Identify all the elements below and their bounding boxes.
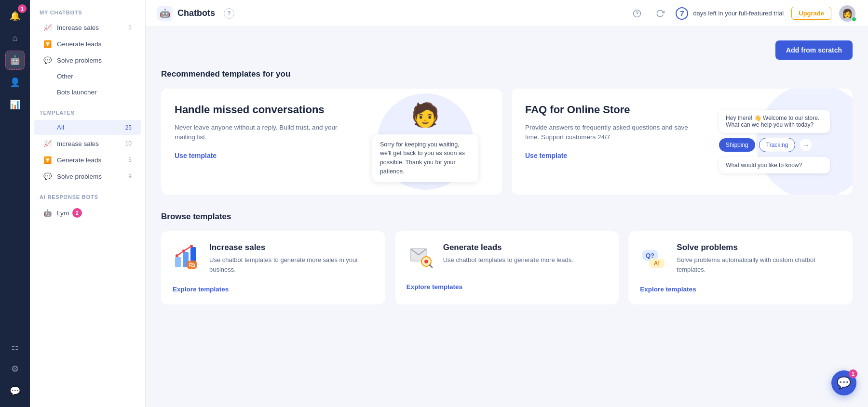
sidebar-generate-leads-label: Generate leads — [57, 40, 101, 48]
avatar-wrapper: 👩 — [839, 5, 856, 22]
sidebar-item-lyro[interactable]: 🤖 Lyro 2 — [34, 204, 141, 222]
shipping-button[interactable]: Shipping — [719, 138, 755, 152]
upgrade-button[interactable]: Upgrade — [791, 7, 831, 20]
my-chatbots-label: MY CHATBOTS — [30, 0, 145, 19]
browse-solve-title: Solve problems — [677, 243, 841, 252]
question-mark-icon: ? — [227, 10, 231, 17]
next-arrow-button[interactable]: → — [799, 138, 813, 152]
sidebar-other-label: Other — [57, 73, 73, 80]
browse-leads-top: Generate leads Use chatbot templates to … — [407, 243, 608, 272]
chat-avatar-emoji: 🧑 — [411, 102, 440, 129]
topbar-refresh-icon[interactable] — [652, 6, 668, 21]
content-area: Add from scratch Recommended templates f… — [146, 27, 868, 407]
sidebar: MY CHATBOTS 📈 Increase sales 1 🔽 Generat… — [30, 0, 146, 407]
faq-buttons: Shipping Tracking → — [719, 138, 843, 152]
page-title-wrapper: 🤖 Chatbots ? — [157, 6, 234, 21]
lyro-icon: 🤖 — [43, 209, 52, 217]
sidebar-all-label: All — [57, 124, 64, 131]
sidebar-generate-leads-tmpl-label: Generate leads — [57, 157, 101, 164]
templates-label: TEMPLATES — [30, 100, 145, 119]
nav-chatbots[interactable]: 🤖 — [5, 51, 25, 70]
generate-leads-icon: 🔽 — [43, 40, 52, 48]
handle-missed-card: Handle missed conversations Never leave … — [161, 89, 502, 195]
solve-problems-tmpl-icon: 💬 — [43, 172, 52, 180]
sidebar-lyro-label: Lyro — [57, 210, 69, 217]
help-button[interactable]: ? — [224, 8, 234, 19]
nav-chat-support[interactable]: 💬 — [5, 381, 25, 401]
increase-sales-tmpl-icon: 📈 — [43, 140, 52, 147]
browse-sales-top: 🛍 Increase sales Use chatbot templates t… — [173, 243, 374, 274]
nav-settings[interactable]: ⚙ — [5, 359, 25, 379]
sidebar-item-all-templates[interactable]: All 25 — [34, 120, 141, 135]
explore-sales-link[interactable]: Explore templates — [173, 286, 374, 293]
faq-illustration: Hey there! 👋 Welcome to our store. What … — [709, 89, 853, 195]
reports-icon: 📊 — [10, 99, 20, 110]
sidebar-solve-problems-label: Solve problems — [57, 57, 102, 64]
lyro-badge: 2 — [72, 208, 82, 218]
explore-leads-link[interactable]: Explore templates — [407, 283, 608, 290]
sidebar-bots-launcher-label: Bots launcher — [57, 89, 97, 96]
ai-bots-label: AI RESPONSE BOTS — [30, 184, 145, 204]
apps-icon: ⚏ — [11, 341, 19, 352]
nav-contacts[interactable]: 👤 — [5, 73, 25, 92]
trial-days-badge: 7 — [676, 7, 688, 20]
bell-icon: 🔔 — [10, 11, 20, 21]
nav-home[interactable]: ⌂ — [5, 28, 25, 48]
browse-cards: 🛍 Increase sales Use chatbot templates t… — [161, 231, 853, 304]
increase-sales-tmpl-count: 10 — [125, 140, 132, 147]
sidebar-item-solve-problems-my[interactable]: 💬 Solve problems — [34, 53, 141, 68]
contacts-icon: 👤 — [10, 77, 20, 88]
browse-sales-title: Increase sales — [209, 243, 374, 252]
faq-card: FAQ for Online Store Provide answers to … — [512, 89, 853, 195]
sidebar-item-generate-leads-my[interactable]: 🔽 Generate leads — [34, 36, 141, 52]
main-area: 🤖 Chatbots ? 7 days left in your full-fe… — [146, 0, 868, 407]
sidebar-increase-sales-tmpl-label: Increase sales — [57, 140, 99, 147]
explore-solve-link[interactable]: Explore templates — [640, 286, 841, 293]
page-title: Chatbots — [177, 8, 215, 18]
svg-point-6 — [182, 249, 185, 252]
generate-leads-tmpl-icon: 🔽 — [43, 156, 52, 164]
topbar-help-icon[interactable] — [629, 6, 645, 21]
nav-notifications[interactable]: 🔔 1 — [5, 6, 25, 26]
sidebar-item-increase-sales-tmpl[interactable]: 📈 Increase sales 10 — [34, 136, 141, 151]
svg-point-7 — [190, 245, 193, 248]
browse-leads-desc: Use chatbot templates to generate more l… — [443, 255, 573, 265]
svg-text:A!: A! — [654, 260, 660, 267]
browse-section-title: Browse templates — [161, 212, 853, 222]
sidebar-item-solve-problems-tmpl[interactable]: 💬 Solve problems 9 — [34, 169, 141, 184]
trial-info: 7 days left in your full-featured trial — [676, 7, 784, 20]
add-from-scratch-button[interactable]: Add from scratch — [775, 40, 853, 60]
nav-reports[interactable]: 📊 — [5, 95, 25, 114]
online-indicator — [852, 17, 856, 22]
handle-missed-illustration: 🧑 Sorry for keeping you waiting, we'll g… — [349, 89, 502, 195]
sidebar-item-increase-sales-my[interactable]: 📈 Increase sales 1 — [34, 20, 141, 35]
sidebar-item-generate-leads-tmpl[interactable]: 🔽 Generate leads 5 — [34, 152, 141, 168]
faq-use-template[interactable]: Use template — [525, 152, 567, 159]
faq-chat-wrapper: Hey there! 👋 Welcome to our store. What … — [719, 110, 843, 173]
handle-missed-desc: Never leave anyone without a reply. Buil… — [175, 123, 339, 143]
chat-widget-button[interactable]: 💬 1 — [831, 370, 856, 395]
svg-text:🛍: 🛍 — [189, 261, 195, 268]
chatbots-nav-icon: 🤖 — [10, 55, 20, 66]
tracking-button[interactable]: Tracking — [759, 138, 796, 152]
recommended-templates: Handle missed conversations Never leave … — [161, 89, 853, 195]
nav-apps[interactable]: ⚏ — [5, 337, 25, 356]
sidebar-item-bots-launcher[interactable]: Bots launcher — [34, 85, 141, 100]
increase-sales-icon: 📈 — [43, 24, 52, 31]
svg-text:Q?: Q? — [646, 252, 654, 259]
topbar: 🤖 Chatbots ? 7 days left in your full-fe… — [146, 0, 868, 27]
handle-missed-use-template[interactable]: Use template — [175, 152, 217, 159]
browse-sales-text: Increase sales Use chatbot templates to … — [209, 243, 374, 274]
browse-solve-problems: Q? A! 👍 Solve problems Solve problems au… — [628, 231, 853, 304]
chat-widget-icon: 💬 — [837, 376, 851, 390]
browse-increase-sales: 🛍 Increase sales Use chatbot templates t… — [161, 231, 385, 304]
trial-text: days left in your full-featured trial — [693, 10, 784, 17]
bot-icon: 🤖 — [157, 6, 173, 21]
faq-greeting: Hey there! 👋 Welcome to our store. What … — [719, 110, 830, 133]
generate-leads-card-icon — [407, 243, 435, 272]
solve-problems-icon: 💬 — [43, 56, 52, 64]
sidebar-item-other[interactable]: Other — [34, 69, 141, 84]
browse-solve-desc: Solve problems automatically with custom… — [677, 255, 841, 274]
all-templates-count: 25 — [125, 124, 132, 131]
sidebar-solve-problems-tmpl-label: Solve problems — [57, 173, 102, 180]
